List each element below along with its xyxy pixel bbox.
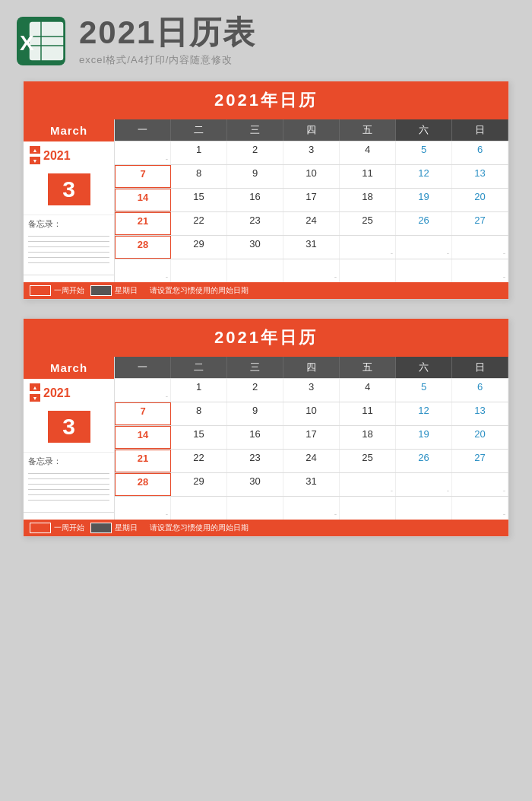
calendar-day-cell[interactable]: 20	[452, 426, 508, 449]
calendar-day-cell[interactable]: 2	[227, 379, 283, 402]
calendar-day-cell[interactable]: 6	[452, 379, 508, 402]
year-up-btn[interactable]: ▲	[30, 146, 40, 154]
weekday-header-row: 一二三四五六日	[115, 357, 508, 378]
year-down-btn[interactable]: ▼	[30, 157, 40, 164]
calendar-day-cell[interactable]: -	[340, 473, 396, 496]
legend-red-box-2	[30, 523, 51, 533]
sidebar-month-num-1: 3	[48, 173, 90, 205]
calendar-day-cell[interactable]: 21	[115, 212, 171, 235]
calendar-day-cell[interactable]: 9	[227, 165, 283, 188]
calendar-day-cell[interactable]: 4	[340, 379, 396, 402]
week-row-extra: ---	[115, 496, 508, 520]
calendar-day-cell[interactable]: 1	[171, 141, 227, 164]
calendar-day-cell-empty: -	[283, 497, 340, 520]
calendar-day-cell[interactable]: 28	[115, 236, 171, 259]
calendar-day-cell[interactable]: 11	[340, 402, 396, 425]
calendar-day-cell[interactable]: 27	[452, 212, 508, 235]
calendar-day-cell[interactable]: 23	[227, 450, 283, 472]
calendar-day-cell[interactable]: 10	[283, 165, 340, 188]
notes-line	[28, 500, 109, 501]
cal-body-2: March ▲ ▼ 2021 3 备忘录：	[24, 357, 508, 520]
footer-legend-start-2: 一周开始	[30, 523, 84, 533]
calendar-day-cell[interactable]: 5	[396, 141, 452, 164]
calendar-day-cell[interactable]: 26	[396, 212, 452, 235]
calendar-day-cell[interactable]: 15	[171, 189, 227, 211]
calendar-day-cell[interactable]: 25	[340, 450, 396, 472]
calendar-day-cell[interactable]: 15	[171, 426, 227, 449]
week-row: -123456	[115, 141, 508, 164]
calendar-day-cell[interactable]: 21	[115, 450, 171, 472]
calendar-day-cell[interactable]: 22	[171, 212, 227, 235]
calendar-day-cell[interactable]: 29	[171, 473, 227, 496]
calendar-day-cell[interactable]: 6	[452, 141, 508, 164]
calendar-day-cell[interactable]: 14	[115, 426, 171, 449]
calendar-day-cell[interactable]: -	[396, 236, 452, 259]
calendar-day-cell-empty	[171, 259, 227, 282]
calendar-day-cell[interactable]: 9	[227, 402, 283, 425]
weekday-header-cell: 二	[171, 357, 227, 378]
calendar-day-cell[interactable]: -	[396, 473, 452, 496]
week-row: 28293031---	[115, 235, 508, 259]
calendar-day-cell[interactable]: 24	[283, 212, 340, 235]
calendar-day-cell[interactable]: 17	[283, 189, 340, 211]
calendar-day-cell[interactable]: 10	[283, 402, 340, 425]
calendar-day-cell[interactable]: 22	[171, 450, 227, 472]
sidebar-month-num-2: 3	[48, 411, 90, 443]
calendar-day-cell[interactable]: 14	[115, 189, 171, 211]
calendar-day-cell[interactable]: 1	[171, 379, 227, 402]
page-title: 2021日历表	[79, 15, 256, 50]
calendar-day-cell[interactable]: 18	[340, 426, 396, 449]
calendar-day-cell-empty	[227, 259, 283, 282]
calendar-day-cell[interactable]: 20	[452, 189, 508, 211]
calendar-day-cell[interactable]: -	[452, 236, 508, 259]
calendar-day-cell[interactable]: 4	[340, 141, 396, 164]
calendar-day-cell[interactable]: 5	[396, 379, 452, 402]
calendar-day-cell[interactable]: 19	[396, 426, 452, 449]
svg-text:X: X	[20, 31, 34, 55]
calendar-day-cell[interactable]: 25	[340, 212, 396, 235]
calendar-day-cell[interactable]: 12	[396, 402, 452, 425]
calendar-day-cell-empty: -	[452, 497, 508, 520]
calendar-day-cell[interactable]: 13	[452, 165, 508, 188]
calendar-day-cell[interactable]: 19	[396, 189, 452, 211]
cal-footer-2: 一周开始 星期日 请设置您习惯使用的周始日期	[24, 520, 508, 536]
calendar-day-cell[interactable]: 3	[283, 141, 340, 164]
notes-label-1: 备忘录：	[24, 215, 114, 233]
calendar-day-cell[interactable]: -	[340, 236, 396, 259]
calendar-day-cell-empty: -	[115, 259, 171, 282]
calendar-day-cell[interactable]: 3	[283, 379, 340, 402]
calendar-day-cell[interactable]: 7	[115, 402, 171, 425]
calendar-day-cell[interactable]: 8	[171, 165, 227, 188]
calendar-day-cell[interactable]: 16	[227, 426, 283, 449]
calendar-day-cell[interactable]: 13	[452, 402, 508, 425]
calendar-day-cell[interactable]: 16	[227, 189, 283, 211]
calendar-day-cell[interactable]: 28	[115, 473, 171, 496]
calendar-day-cell[interactable]: 7	[115, 165, 171, 188]
calendar-day-cell[interactable]: 26	[396, 450, 452, 472]
calendar-day-cell[interactable]: 29	[171, 236, 227, 259]
calendar-day-cell[interactable]: 18	[340, 189, 396, 211]
calendar-day-cell[interactable]: 24	[283, 450, 340, 472]
calendar-day-cell[interactable]: -	[115, 379, 171, 402]
calendar-day-cell[interactable]: 8	[171, 402, 227, 425]
weekday-header-cell: 一	[115, 119, 171, 141]
calendar-day-cell[interactable]: 12	[396, 165, 452, 188]
calendar-day-cell[interactable]: 31	[283, 236, 340, 259]
calendar-day-cell[interactable]: 17	[283, 426, 340, 449]
calendar-day-cell[interactable]: 31	[283, 473, 340, 496]
calendar-day-cell-empty	[227, 497, 283, 520]
weekday-header-cell: 三	[227, 119, 283, 141]
calendar-day-cell[interactable]: 30	[227, 236, 283, 259]
calendar-day-cell[interactable]: 2	[227, 141, 283, 164]
calendar-day-cell[interactable]: 23	[227, 212, 283, 235]
svg-rect-1	[29, 21, 64, 61]
calendar-day-cell[interactable]: 27	[452, 450, 508, 472]
calendar-day-cell[interactable]: 30	[227, 473, 283, 496]
legend-start-label-2: 一周开始	[54, 523, 84, 533]
year-up-btn-2[interactable]: ▲	[30, 383, 40, 391]
year-down-btn-2[interactable]: ▼	[30, 394, 40, 402]
calendar-day-cell[interactable]: -	[452, 473, 508, 496]
calendar-day-cell[interactable]: 11	[340, 165, 396, 188]
footer-legend-sunday-2: 星期日	[90, 523, 138, 533]
calendar-day-cell[interactable]: -	[115, 141, 171, 164]
